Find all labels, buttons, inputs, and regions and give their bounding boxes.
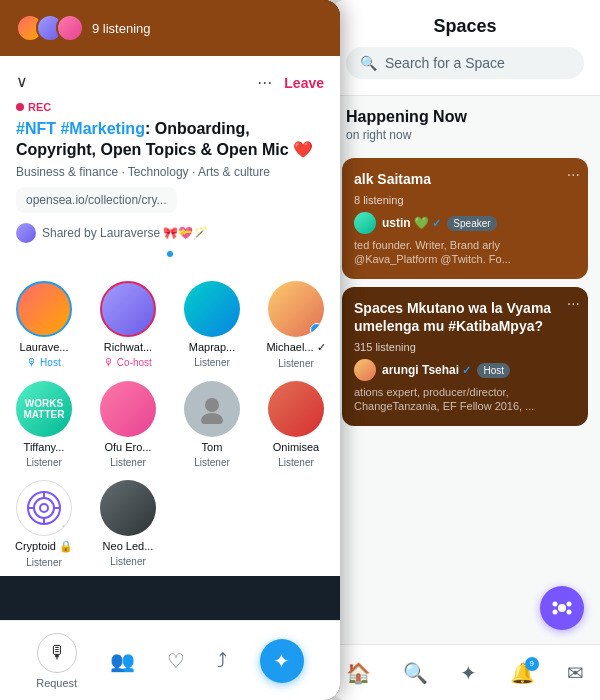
svg-point-0 [205, 398, 219, 412]
speaker-avatar-1 [354, 212, 376, 234]
participants-grid: Laurave... 🎙 Host Richwat... 🎙 Co-host M… [0, 281, 340, 568]
participant-ofu[interactable]: Ofu Ero... Listener [92, 381, 164, 468]
top-bar: 9 listening [0, 0, 340, 56]
participant-avatar-tiffany: WORKSMATTER [16, 381, 72, 437]
participant-role-laurave: 🎙 Host [27, 357, 60, 368]
participant-michael[interactable]: ✓ Michael... ✓ Listener [260, 281, 332, 369]
share-icon[interactable]: ⤴ [217, 649, 227, 672]
participant-name-onimisea: Onimisea [273, 441, 319, 453]
messages-nav-icon[interactable]: ✉ [567, 661, 584, 685]
space-link[interactable]: opensea.io/collection/cry... [16, 187, 177, 213]
shared-text: Shared by Lauraverse 🎀💝🪄 [42, 226, 208, 240]
space-item-1[interactable]: ··· alk Saitama 8 listening ustin 💚 ✓ Sp… [342, 158, 588, 279]
participant-role-onimisea: Listener [278, 457, 314, 468]
search-placeholder: Search for a Space [385, 55, 505, 71]
svg-point-10 [553, 602, 558, 607]
happening-title: Happening Now [346, 108, 584, 126]
speaker-name-2: arungi Tsehai ✓ [382, 363, 471, 377]
mic-icon: 🎙 [37, 633, 77, 673]
happening-sub: on right now [346, 128, 584, 142]
collapse-icon[interactable]: ∨ [16, 72, 28, 91]
participant-name-maprap: Maprap... [189, 341, 235, 353]
participant-avatar-tom [184, 381, 240, 437]
participant-tiffany[interactable]: WORKSMATTER Tiffany... Listener [8, 381, 80, 468]
participant-maprap[interactable]: Maprap... Listener [176, 281, 248, 369]
home-nav-icon[interactable]: 🏠 [346, 661, 371, 685]
space-item-speaker-2: arungi Tsehai ✓ Host [354, 359, 576, 381]
speaker-name-1: ustin 💚 ✓ [382, 216, 441, 230]
listening-count: 9 listening [92, 21, 151, 36]
participant-role-maprap: Listener [194, 357, 230, 368]
participant-neo[interactable]: Neo Led... Listener [92, 480, 164, 568]
participants-section: Laurave... 🎙 Host Richwat... 🎙 Co-host M… [0, 281, 340, 576]
participant-name-michael: Michael... ✓ [266, 341, 325, 354]
notifications-nav-icon[interactable]: 🔔 9 [510, 661, 535, 685]
participant-role-tiffany: Listener [26, 457, 62, 468]
heart-icon[interactable]: ♡ [167, 649, 185, 673]
card-actions: ··· Leave [257, 72, 324, 93]
participant-laurave[interactable]: Laurave... 🎙 Host [8, 281, 80, 369]
participant-name-cryptoid: Cryptoid 🔒 [15, 540, 73, 553]
participant-name-tiffany: Tiffany... [24, 441, 65, 453]
participant-role-tom: Listener [194, 457, 230, 468]
participant-tom[interactable]: Tom Listener [176, 381, 248, 468]
compose-button[interactable]: ✦ [260, 639, 304, 683]
participant-name-ofu: Ofu Ero... [104, 441, 151, 453]
participant-role-neo: Listener [110, 556, 146, 567]
participant-role-cryptoid: Listener [26, 557, 62, 568]
participant-avatar-laurave [16, 281, 72, 337]
participant-avatar-onimisea [268, 381, 324, 437]
rec-dot [16, 103, 24, 111]
search-box[interactable]: 🔍 Search for a Space [346, 47, 584, 79]
speaker-avatar-2 [354, 359, 376, 381]
participant-name-tom: Tom [202, 441, 223, 453]
space-categories: Business & finance · Technology · Arts &… [16, 165, 324, 179]
leave-button[interactable]: Leave [284, 75, 324, 91]
top-bar-avatars [16, 14, 84, 42]
left-panel: 9 listening ∨ ··· Leave REC #NFT #Market… [0, 0, 340, 700]
participant-name-laurave: Laurave... [20, 341, 69, 353]
people-icon[interactable]: 👥 [110, 649, 135, 673]
space-item-title-1: alk Saitama [354, 170, 576, 188]
svg-point-1 [201, 413, 223, 424]
spaces-header: Spaces 🔍 Search for a Space [330, 0, 600, 96]
request-label: Request [36, 677, 77, 689]
avatar-3 [56, 14, 84, 42]
svg-point-13 [567, 610, 572, 615]
svg-point-12 [553, 610, 558, 615]
spaces-fab-button[interactable] [540, 586, 584, 630]
participant-name-neo: Neo Led... [103, 540, 154, 552]
space-item-speaker-1: ustin 💚 ✓ Speaker [354, 212, 576, 234]
speaker-badge-2: Host [477, 363, 510, 378]
bottom-nav: 🏠 🔍 ✦ 🔔 9 ✉ [330, 644, 600, 700]
space-item-listening-1: 8 listening [354, 194, 576, 206]
search-nav-icon[interactable]: 🔍 [403, 661, 428, 685]
space-item-2[interactable]: ··· Spaces Mkutano wa la Vyama umelenga … [342, 287, 588, 426]
card-header: ∨ ··· Leave [16, 72, 324, 93]
participant-cryptoid[interactable]: 🔒 Cryptoid 🔒 Listener [8, 480, 80, 568]
speaker-desc-1: ted founder. Writer, Brand arly @Kava_Pl… [354, 238, 576, 267]
participant-avatar-cryptoid: 🔒 [16, 480, 72, 536]
svg-point-3 [34, 498, 54, 518]
notification-badge: 9 [525, 657, 539, 671]
verified-icon: ✓ [310, 323, 324, 337]
search-icon: 🔍 [360, 55, 377, 71]
participant-avatar-neo [100, 480, 156, 536]
participant-avatar-maprap [184, 281, 240, 337]
space-title: #NFT #Marketing: Onboarding, Copyright, … [16, 119, 324, 161]
bottom-bar: 🎙 Request 👥 ♡ ⤴ ✦ [0, 620, 340, 700]
svg-point-9 [558, 604, 566, 612]
participant-onimisea[interactable]: Onimisea Listener [260, 381, 332, 468]
participant-avatar-richwat [100, 281, 156, 337]
space-item-more-icon-2[interactable]: ··· [567, 295, 580, 313]
space-item-more-icon-1[interactable]: ··· [567, 166, 580, 184]
more-options-icon[interactable]: ··· [257, 72, 272, 93]
spaces-title: Spaces [346, 16, 584, 37]
spaces-nav-icon[interactable]: ✦ [460, 661, 477, 685]
participant-avatar-ofu [100, 381, 156, 437]
shared-by: Shared by Lauraverse 🎀💝🪄 [16, 223, 324, 243]
participant-richwat[interactable]: Richwat... 🎙 Co-host [92, 281, 164, 369]
request-action[interactable]: 🎙 Request [36, 633, 77, 689]
speaker-desc-2: ations expert, producer/director, Change… [354, 385, 576, 414]
participant-role-michael: Listener [278, 358, 314, 369]
